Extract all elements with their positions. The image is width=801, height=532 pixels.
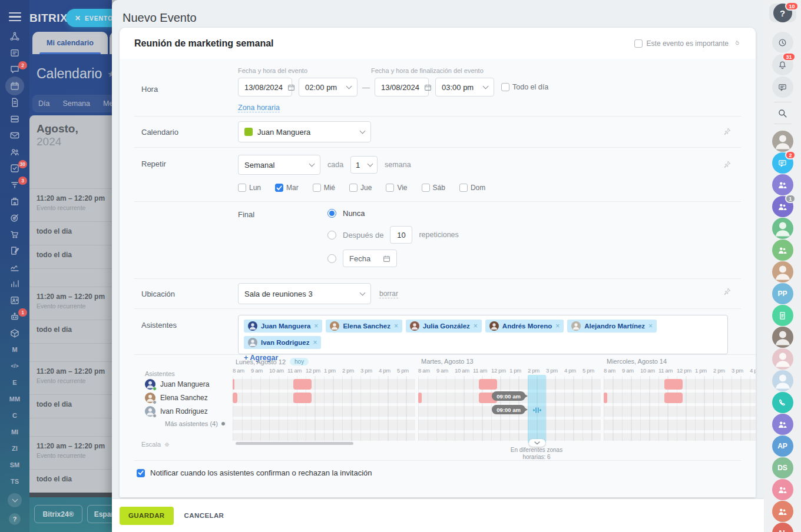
- start-date-input[interactable]: 13/08/2024: [238, 78, 292, 97]
- repeat-end-after-option[interactable]: Después de 10 repeticiones: [327, 226, 459, 244]
- rail-item-developer-resources[interactable]: </>: [0, 358, 29, 374]
- chat[interactable]: 2: [772, 152, 793, 174]
- rail-item-messenger[interactable]: 2: [0, 61, 29, 78]
- search-icon[interactable]: [772, 107, 793, 119]
- frequency-select[interactable]: Semanal: [238, 155, 320, 175]
- remove-attendee-icon[interactable]: ×: [313, 338, 317, 347]
- weekday-checkbox[interactable]: [313, 184, 321, 192]
- all-day-checkbox[interactable]: [501, 83, 509, 91]
- important-checkbox[interactable]: [634, 39, 643, 48]
- user-ap[interactable]: AP: [772, 435, 793, 457]
- bitrix24-brand-button[interactable]: Bitrix24®: [34, 505, 82, 523]
- rail-item-online-shop[interactable]: [0, 226, 29, 242]
- rail-item-pulse[interactable]: [0, 28, 29, 45]
- start-time-select[interactable]: 02:00 pm: [299, 78, 358, 97]
- repeat-end-date-option[interactable]: Fecha: [327, 250, 459, 267]
- weekday-checkbox[interactable]: [459, 184, 468, 192]
- calendar-select[interactable]: Juan Manguera: [238, 121, 371, 142]
- rail-item-sign[interactable]: [0, 242, 29, 259]
- weekday-lun[interactable]: Lun: [238, 184, 261, 192]
- language-button[interactable]: Español: [87, 505, 112, 523]
- view-tab-día[interactable]: Día: [38, 99, 49, 108]
- pin-icon[interactable]: [723, 287, 732, 296]
- user-ds[interactable]: DS: [772, 457, 793, 478]
- pin-icon[interactable]: [723, 160, 732, 169]
- remove-attendee-icon[interactable]: ×: [394, 322, 398, 330]
- notify-checkbox[interactable]: [137, 469, 145, 477]
- rail-item-app-ts[interactable]: TS: [0, 473, 29, 490]
- agenda-event[interactable]: todo el dia: [29, 394, 112, 418]
- document-chat[interactable]: [772, 305, 793, 326]
- weekday-mar[interactable]: Mar: [275, 184, 299, 192]
- weekday-checkbox[interactable]: [275, 184, 283, 192]
- rail-item-workgroups[interactable]: [0, 144, 29, 160]
- notifications-button[interactable]: 31: [772, 54, 793, 75]
- rail-item-marketing[interactable]: [0, 210, 29, 226]
- remove-attendee-icon[interactable]: ×: [474, 322, 478, 330]
- group-chat[interactable]: [772, 240, 793, 261]
- attendee-chip[interactable]: Ivan Rodriguez×: [244, 336, 321, 349]
- agenda-event[interactable]: todo el dia: [29, 245, 112, 268]
- group-chat[interactable]: 1: [772, 196, 793, 217]
- resize-handle-icon[interactable]: [532, 407, 541, 414]
- rail-item-app-e[interactable]: E: [0, 374, 29, 391]
- scale-control[interactable]: Escala: [141, 441, 170, 448]
- rail-item-app-sm[interactable]: SM: [0, 457, 29, 473]
- rail-item-ai-bot[interactable]: 1: [0, 308, 29, 325]
- attendee-chip[interactable]: Elena Sanchez×: [326, 320, 402, 332]
- radio[interactable]: [327, 254, 336, 263]
- rail-item-app-zi[interactable]: ZI: [0, 440, 29, 457]
- user-avatar[interactable]: [772, 348, 793, 370]
- rail-item-contact-center[interactable]: [0, 292, 29, 308]
- repetitions-input[interactable]: 10: [390, 226, 412, 244]
- attendee-chip[interactable]: Juan Manguera×: [244, 320, 322, 332]
- end-date-input[interactable]: 13/08/2024: [375, 78, 429, 97]
- user-pp[interactable]: PP: [772, 283, 793, 304]
- rail-item-app-m[interactable]: M: [0, 341, 29, 358]
- weekday-jue[interactable]: Jue: [349, 184, 372, 192]
- more-attendees-toggle[interactable]: Más asistentes (4): [165, 420, 225, 427]
- rail-item-market[interactable]: [0, 325, 29, 341]
- weekday-dom[interactable]: Dom: [459, 184, 485, 192]
- repeat-end-never-option[interactable]: Nunca: [327, 208, 459, 218]
- timezone-link[interactable]: Zona horaria: [238, 104, 280, 112]
- all-day-toggle[interactable]: Todo el día: [501, 83, 548, 91]
- user-avatar[interactable]: [772, 131, 793, 152]
- remove-attendee-icon[interactable]: ×: [648, 322, 653, 330]
- agenda-event[interactable]: todo el dia: [29, 320, 112, 343]
- end-time-select[interactable]: 03:00 pm: [435, 78, 494, 97]
- rail-item-app-c[interactable]: C: [0, 407, 29, 424]
- interval-select[interactable]: 1: [350, 156, 378, 174]
- attendees-box[interactable]: Juan Manguera×Elena Sanchez×Julia Gonzál…: [238, 315, 728, 354]
- tab-mi-calendario[interactable]: Mi calendario: [32, 32, 108, 54]
- rail-item-mail[interactable]: [0, 127, 29, 144]
- rail-item-app-mm[interactable]: MM: [0, 391, 29, 407]
- clear-location-link[interactable]: borrar: [379, 290, 398, 298]
- attendee-chip[interactable]: Julia González×: [406, 320, 482, 332]
- attendee-chip[interactable]: Andrés Moreno×: [485, 320, 564, 332]
- rail-collapse-button[interactable]: [8, 493, 22, 507]
- user-avatar[interactable]: [772, 370, 793, 391]
- agenda-event[interactable]: todo el dia: [29, 469, 112, 493]
- time-selection[interactable]: [528, 375, 546, 443]
- history-button[interactable]: [772, 32, 793, 53]
- agenda-event[interactable]: todo el dia: [29, 221, 112, 245]
- remove-attendee-icon[interactable]: ×: [555, 322, 560, 330]
- group-chat[interactable]: [772, 501, 793, 522]
- timeline-grid[interactable]: [233, 376, 415, 441]
- rail-help-icon[interactable]: ?: [9, 513, 21, 525]
- rail-item-documents[interactable]: [0, 94, 29, 111]
- view-tab-semana[interactable]: Semana: [62, 99, 90, 108]
- user-avatar[interactable]: [772, 327, 793, 348]
- rail-item-news-feed[interactable]: [0, 45, 29, 61]
- weekday-sáb[interactable]: Sáb: [422, 184, 445, 192]
- attendee-chip[interactable]: Alejandro Martínez×: [567, 320, 657, 332]
- cancel-button[interactable]: CANCELAR: [184, 512, 224, 519]
- important-toggle[interactable]: Este evento es importante: [634, 39, 741, 48]
- end-repeat-date-input[interactable]: Fecha: [343, 250, 397, 267]
- event-title-input[interactable]: Reunión de marketing semanal: [134, 38, 274, 49]
- rail-item-drive[interactable]: [0, 111, 29, 127]
- save-button[interactable]: GUARDAR: [120, 507, 174, 525]
- radio[interactable]: [327, 231, 336, 240]
- weekday-mié[interactable]: Mié: [313, 184, 335, 192]
